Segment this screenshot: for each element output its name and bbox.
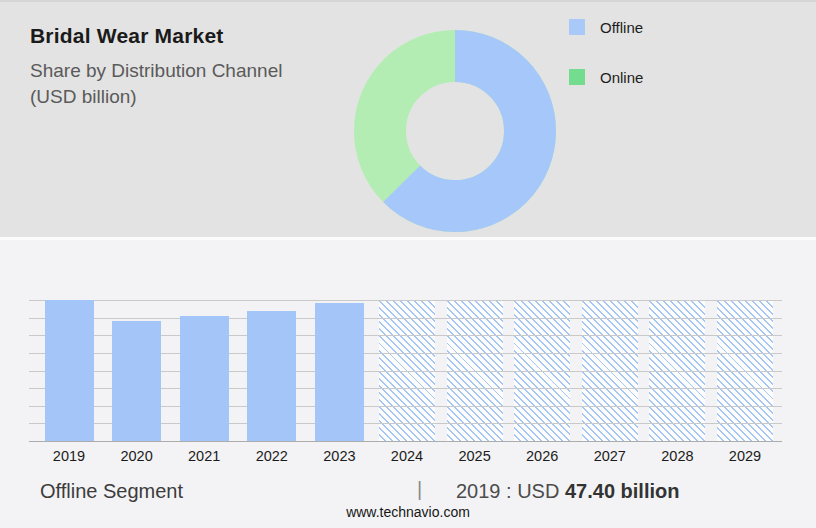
page-title: Bridal Wear Market: [30, 24, 330, 48]
x-axis-label-2029: 2029: [729, 448, 761, 464]
bar-2020: [112, 321, 161, 441]
stat-value: 47.40 billion: [565, 480, 679, 502]
stat-prefix: 2019 : USD: [456, 480, 565, 502]
bar-panel: 2019202020212022202320242025202620272028…: [0, 240, 816, 528]
gridline: [29, 318, 782, 319]
bar-2021: [180, 316, 229, 441]
bar-2019: [45, 300, 94, 441]
infographic-canvas: Bridal Wear Market Share by Distribution…: [0, 0, 816, 528]
segment-label: Offline Segment: [40, 480, 183, 503]
footer-separator: |: [417, 478, 422, 501]
bar-chart: 2019202020212022202320242025202620272028…: [29, 300, 782, 442]
bar-2022: [247, 311, 296, 441]
bar-2023: [315, 303, 364, 441]
legend-item-online: Online: [569, 68, 643, 86]
legend-label: Online: [600, 69, 643, 86]
x-axis-label-2025: 2025: [458, 448, 490, 464]
legend-swatch-online: [569, 69, 585, 85]
x-axis-label-2028: 2028: [661, 448, 693, 464]
x-axis-label-2023: 2023: [323, 448, 355, 464]
page-subtitle: Share by Distribution Channel (USD billi…: [30, 58, 315, 109]
x-axis-label-2024: 2024: [391, 448, 423, 464]
x-axis-label-2019: 2019: [53, 448, 85, 464]
donut-chart-svg: [354, 30, 556, 232]
x-axis-label-2026: 2026: [526, 448, 558, 464]
stat-text: 2019 : USD 47.40 billion: [456, 480, 679, 503]
footer-row: Offline Segment | 2019 : USD 47.40 billi…: [0, 480, 816, 504]
header: Bridal Wear Market Share by Distribution…: [30, 24, 330, 109]
donut-panel: Bridal Wear Market Share by Distribution…: [0, 0, 816, 237]
x-axis-label-2027: 2027: [594, 448, 626, 464]
x-axis-label-2022: 2022: [256, 448, 288, 464]
donut-chart: [354, 30, 556, 232]
chart-legend: OfflineOnline: [569, 18, 643, 118]
x-axis-label-2020: 2020: [120, 448, 152, 464]
website-url: www.technavio.com: [0, 504, 816, 520]
gridline: [29, 300, 782, 301]
legend-label: Offline: [600, 19, 643, 36]
legend-swatch-offline: [569, 19, 585, 35]
legend-item-offline: Offline: [569, 18, 643, 36]
x-axis-label-2021: 2021: [188, 448, 220, 464]
